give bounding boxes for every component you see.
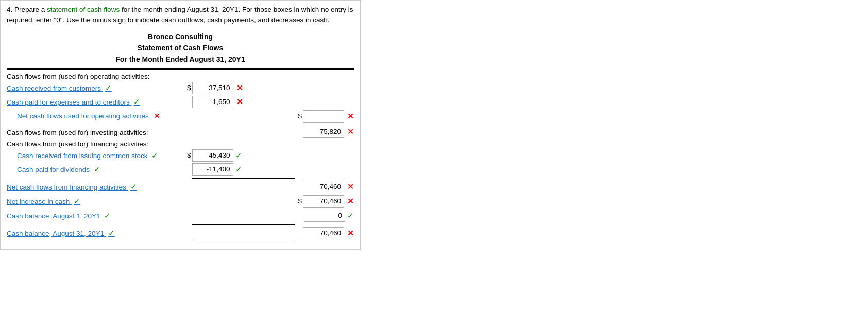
label-cash-balance-aug31: Cash balance, August 31, 20Y1 ✓ (7, 229, 187, 238)
statement-link[interactable]: statement of cash flows (47, 6, 120, 13)
label-dividends: Cash paid for dividends ✓ (7, 165, 187, 174)
input-net-financing[interactable] (303, 181, 344, 193)
input-cash-balance-aug31[interactable] (303, 227, 344, 239)
row-cash-customers: Cash received from customers ✓ $ ✕ (7, 82, 354, 94)
company-header: Bronco Consulting Statement of Cash Flow… (7, 31, 354, 65)
aug31-top-divider (192, 224, 295, 225)
dollar-net-increase: $ (298, 197, 302, 205)
input-cash-expenses[interactable] (192, 96, 233, 108)
check-cash-balance-aug1: ✓ (104, 211, 111, 220)
input-investing[interactable] (303, 126, 344, 138)
x-cash-expenses[interactable]: ✕ (236, 97, 243, 107)
label-net-operating: Net cash flows used for operating activi… (7, 112, 160, 120)
row-cash-balance-aug31: Cash balance, August 31, 20Y1 ✓ ✕ (7, 227, 354, 239)
check2-issuing-stock: ✓ (235, 151, 242, 160)
label-net-increase: Net increase in cash ✓ (7, 197, 187, 206)
dollar-net-operating: $ (298, 112, 302, 120)
label-cash-balance-aug1: Cash balance, August 1, 20Y1 ✓ (7, 211, 187, 220)
check-issuing-stock: ✓ (151, 151, 158, 160)
x-net-increase[interactable]: ✕ (347, 197, 354, 206)
operating-activities-label: Cash flows from (used for) operating act… (7, 73, 354, 80)
dollar-cash-customers: $ (187, 84, 191, 92)
instruction-number: 4. (7, 6, 12, 13)
x-label-net-operating[interactable]: ✕ (154, 112, 160, 120)
check-net-increase: ✓ (74, 197, 80, 205)
label-issuing-stock: Cash received from issuing common stock … (7, 151, 187, 160)
row-cash-balance-aug1: Cash balance, August 1, 20Y1 ✓ ✓ (7, 210, 354, 222)
company-name: Bronco Consulting (7, 31, 354, 42)
row-cash-expenses: Cash paid for expenses and to creditors … (7, 96, 354, 108)
input-issuing-stock[interactable] (192, 149, 233, 162)
financing-activities-label: Cash flows from (used for) financing act… (7, 140, 354, 148)
label-net-financing: Net cash flows from financing activities… (7, 182, 187, 192)
label-cash-customers: Cash received from customers ✓ (7, 83, 187, 93)
check2-dividends: ✓ (235, 165, 242, 174)
investing-activities-label: Cash flows from (used for) investing act… (7, 129, 187, 136)
row-issuing-stock: Cash received from issuing common stock … (7, 149, 354, 162)
x-cash-customers[interactable]: ✕ (236, 83, 243, 93)
check-cash-expenses: ✓ (133, 97, 140, 106)
x-investing[interactable]: ✕ (347, 127, 354, 136)
x-cash-balance-aug31[interactable]: ✕ (347, 229, 354, 238)
x-net-financing[interactable]: ✕ (347, 182, 354, 192)
input-dividends[interactable] (192, 163, 233, 176)
header-divider (7, 68, 354, 70)
row-net-increase: Net increase in cash ✓ $ ✕ (7, 195, 354, 208)
check-net-financing: ✓ (130, 182, 137, 191)
input-cash-balance-aug1[interactable] (304, 210, 345, 222)
check-cash-balance-aug31: ✓ (108, 229, 115, 237)
row-dividends: Cash paid for dividends ✓ $ ✓ (7, 163, 354, 176)
instruction-text: 4. Prepare a statement of cash flows for… (7, 5, 354, 26)
check-cash-customers: ✓ (105, 83, 112, 92)
input-net-operating[interactable] (303, 110, 344, 123)
check2-cash-balance-aug1: ✓ (347, 211, 354, 220)
row-net-financing: Net cash flows from financing activities… (7, 181, 354, 193)
dollar-issuing-stock: $ (187, 151, 191, 159)
label-cash-expenses: Cash paid for expenses and to creditors … (7, 97, 187, 107)
aug31-bottom-divider (192, 242, 295, 243)
check-dividends: ✓ (94, 165, 100, 174)
financing-subtotal-divider (192, 178, 295, 179)
input-net-increase[interactable] (303, 195, 344, 208)
statement-title: Statement of Cash Flows (7, 42, 354, 54)
input-cash-customers[interactable] (192, 82, 233, 94)
row-net-operating: Net cash flows used for operating activi… (7, 110, 354, 123)
statement-period: For the Month Ended August 31, 20Y1 (7, 54, 354, 65)
x-net-operating[interactable]: ✕ (347, 112, 354, 121)
row-investing: Cash flows from (used for) investing act… (7, 126, 354, 138)
